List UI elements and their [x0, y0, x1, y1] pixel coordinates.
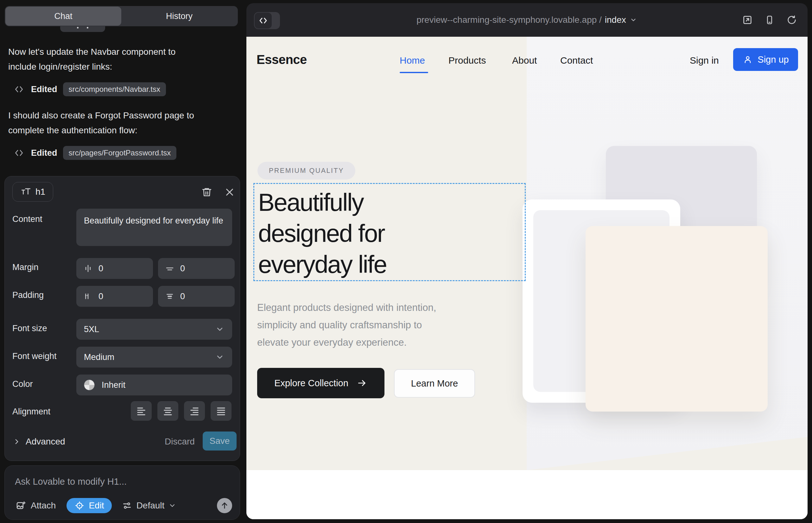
margin-y-input[interactable]: 0 — [158, 258, 235, 279]
transparency-swatch-icon — [84, 380, 95, 390]
explore-collection-button[interactable]: Explore Collection — [257, 368, 385, 398]
align-left-button[interactable] — [131, 401, 152, 421]
url-prefix: preview--charming-site-symphony.lovable.… — [417, 15, 602, 25]
alignment-label: Alignment — [12, 407, 50, 417]
sliders-icon — [121, 500, 133, 511]
discard-button[interactable]: Discard — [165, 437, 195, 447]
site-logo[interactable]: Essence — [257, 53, 307, 67]
code-icon — [13, 147, 25, 159]
padding-horizontal-icon — [83, 291, 93, 302]
nav-link-products[interactable]: Products — [448, 55, 486, 66]
preview-toolbar-actions — [741, 3, 798, 37]
edit-mode-button[interactable]: Edit — [67, 498, 111, 513]
assistant-message: I should also create a Forgot Password p… — [8, 108, 194, 138]
align-right-button[interactable] — [184, 401, 205, 421]
edited-file-chip[interactable]: src/pages/ForgotPassword.tsx — [63, 146, 177, 160]
padding-x-input[interactable]: 0 — [76, 286, 153, 307]
user-icon — [742, 54, 753, 65]
code-icon — [13, 84, 25, 95]
tab-chat[interactable]: Chat — [5, 7, 121, 26]
hero-paragraph: Elegant products designed with intention… — [246, 299, 531, 351]
chat-panel: Chat History Now let's update the Navbar… — [0, 0, 247, 523]
chevron-down-icon — [629, 16, 637, 24]
preview-pane: preview--charming-site-symphony.lovable.… — [246, 3, 808, 519]
margin-label: Margin — [12, 263, 39, 272]
close-editor-button[interactable] — [222, 184, 238, 200]
delete-element-button[interactable] — [198, 184, 215, 200]
arrow-right-icon — [357, 378, 367, 389]
nav-link-home[interactable]: Home — [400, 55, 425, 66]
font-weight-label: Font weight — [12, 351, 57, 361]
tab-history[interactable]: History — [121, 7, 237, 26]
color-label: Color — [12, 379, 33, 389]
chevron-down-icon — [215, 353, 225, 362]
sign-up-button[interactable]: Sign up — [733, 48, 798, 71]
edited-label: Edited — [31, 148, 57, 158]
composer-toolbar: Attach Edit Default — [15, 497, 232, 514]
scrolled-button-remnant[interactable] — [60, 26, 105, 32]
refresh-icon[interactable] — [785, 14, 798, 26]
element-editor-panel: h1 Content Beautifully designed for ever… — [4, 176, 240, 461]
margin-horizontal-icon — [83, 263, 93, 274]
nav-link-about[interactable]: About — [512, 55, 537, 66]
element-tag-label: h1 — [35, 187, 45, 197]
edited-file-row: Edited src/pages/ForgotPassword.tsx — [13, 146, 176, 160]
composer-input[interactable]: Ask Lovable to modify H1... — [15, 476, 127, 487]
code-icon — [258, 15, 269, 26]
selected-element-chip[interactable]: h1 — [12, 182, 53, 202]
code-view-toggle[interactable] — [254, 12, 280, 29]
target-icon — [74, 500, 85, 511]
padding-label: Padding — [12, 290, 44, 300]
mobile-view-icon[interactable] — [763, 14, 776, 26]
align-justify-button[interactable] — [211, 401, 231, 421]
edited-file-row: Edited src/components/Navbar.tsx — [13, 82, 166, 96]
save-button[interactable]: Save — [203, 432, 236, 451]
lovable-app-window: Chat History Now let's update the Navbar… — [0, 0, 812, 523]
attach-button[interactable]: Attach — [15, 500, 56, 511]
margin-x-input[interactable]: 0 — [76, 258, 153, 279]
learn-more-button[interactable]: Learn More — [394, 369, 475, 398]
color-select[interactable]: Inherit — [76, 375, 232, 395]
content-input[interactable]: Beautifully designed for everyday life — [76, 209, 232, 246]
open-external-icon[interactable] — [741, 14, 754, 26]
chat-history-tabs: Chat History — [5, 6, 238, 26]
send-button[interactable] — [217, 498, 232, 513]
next-section-background — [246, 470, 808, 519]
premium-quality-badge: PREMIUM QUALITY — [258, 162, 355, 180]
hero-heading[interactable]: Beautifully designed for everyday life — [246, 187, 506, 280]
content-label: Content — [12, 214, 42, 224]
nav-active-underline — [400, 72, 428, 73]
code-segment[interactable] — [254, 13, 272, 29]
align-center-button[interactable] — [157, 401, 178, 421]
assistant-message: Now let's update the Navbar component to… — [8, 44, 175, 74]
padding-y-input[interactable]: 0 — [158, 286, 235, 307]
image-plus-icon — [15, 500, 27, 511]
chevron-down-icon — [168, 502, 176, 510]
chevron-down-icon — [215, 325, 225, 334]
url-page: index — [605, 15, 626, 25]
advanced-toggle[interactable]: Advanced — [12, 437, 65, 447]
site-canvas: Essence Home Products About Contact Sign… — [246, 37, 808, 519]
sign-in-link[interactable]: Sign in — [690, 55, 719, 66]
chat-composer: Ask Lovable to modify H1... Attach Edit — [4, 465, 240, 520]
mode-select[interactable]: Default — [121, 500, 177, 511]
padding-vertical-icon — [164, 291, 175, 302]
margin-vertical-icon — [164, 263, 175, 274]
edited-label: Edited — [31, 85, 57, 94]
preview-url-bar[interactable]: preview--charming-site-symphony.lovable.… — [246, 3, 808, 37]
font-size-label: Font size — [12, 324, 47, 333]
decor-card-cream — [586, 226, 768, 412]
font-weight-select[interactable]: Medium — [76, 347, 232, 367]
type-icon — [20, 186, 32, 198]
arrow-up-icon — [220, 501, 229, 510]
nav-link-contact[interactable]: Contact — [560, 55, 593, 66]
edited-file-chip[interactable]: src/components/Navbar.tsx — [63, 82, 166, 96]
chevron-right-icon — [12, 437, 21, 446]
font-size-select[interactable]: 5XL — [76, 319, 232, 340]
